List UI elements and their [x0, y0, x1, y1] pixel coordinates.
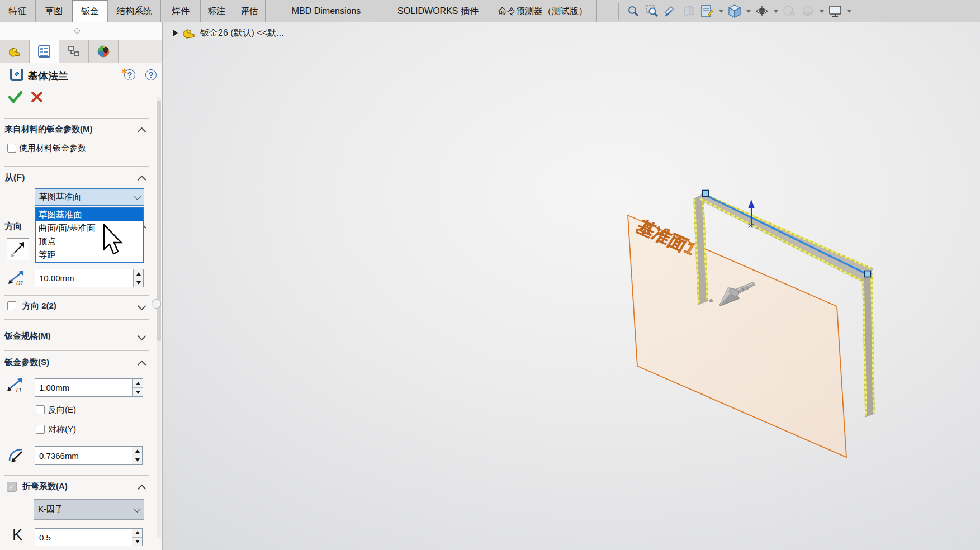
material-params-header[interactable]: 来自材料的钣金参数(M)	[4, 124, 93, 135]
divider	[4, 166, 149, 167]
panel-edge-handle[interactable]	[152, 299, 161, 309]
dropdown-option-offset[interactable]: 等距	[36, 248, 143, 262]
property-manager-icon	[37, 45, 51, 58]
graphics-viewport[interactable]: 钣金26 (默认) <<默... 基准面1	[162, 22, 980, 550]
combo-chevron-icon	[134, 193, 141, 200]
apply-scene-icon[interactable]	[801, 4, 815, 18]
property-manager-tab[interactable]	[30, 40, 59, 63]
divider	[4, 350, 149, 351]
reverse-direction-button[interactable]	[7, 238, 29, 260]
hide-show-items-icon[interactable]	[755, 4, 769, 18]
spin-down-icon[interactable]	[132, 538, 142, 546]
use-material-params-checkbox[interactable]	[7, 144, 16, 153]
thickness-input[interactable]: 1.00mm	[35, 378, 133, 397]
ok-button[interactable]	[7, 88, 23, 105]
tab-annotations[interactable]: 标注	[201, 0, 233, 22]
manager-tab-bar	[0, 40, 162, 63]
direction2-checkbox[interactable]	[7, 301, 16, 310]
tab-features[interactable]: 特征	[0, 0, 36, 22]
dropdown-option-vertex[interactable]: 顶点	[36, 235, 143, 248]
thickness-spinner[interactable]	[132, 378, 143, 397]
spin-up-icon[interactable]	[133, 379, 143, 388]
help-icon[interactable]: ?	[145, 69, 157, 80]
from-section-header[interactable]: 从(F)	[4, 172, 25, 184]
tab-evaluate[interactable]: 评估	[233, 0, 266, 22]
from-combobox[interactable]: 草图基准面	[35, 188, 144, 206]
new-star-icon: ✱	[121, 66, 127, 77]
view-orientation-dropdown-arrow[interactable]	[746, 10, 751, 13]
spin-up-icon[interactable]	[132, 529, 142, 538]
tab-command-predictor[interactable]: 命令预测器（测试版）	[489, 0, 597, 22]
tab-solidworks-addins[interactable]: SOLIDWORKS 插件	[387, 0, 489, 22]
edge-handle-left[interactable]	[703, 191, 709, 197]
collapse-params-icon[interactable]	[138, 361, 146, 369]
tab-sheet-metal[interactable]: 钣金	[72, 0, 108, 22]
view-settings-icon[interactable]	[828, 4, 842, 18]
divider	[4, 475, 149, 476]
apply-scene-dropdown-arrow[interactable]	[820, 10, 824, 13]
panel-top-splitter[interactable]	[0, 22, 162, 41]
bend-allowance-header[interactable]: 折弯系数(A)	[22, 481, 68, 492]
view-orientation-icon[interactable]	[727, 4, 742, 18]
tab-weldments[interactable]: 焊件	[161, 0, 201, 22]
spin-up-icon[interactable]	[132, 447, 142, 456]
annotation-views-dropdown-arrow[interactable]	[719, 10, 723, 13]
bend-allowance-checkbox[interactable]: ✓	[7, 482, 17, 492]
previous-view-icon[interactable]	[681, 4, 696, 18]
tab-structure-system[interactable]: 结构系统	[108, 0, 161, 22]
command-manager-tabbar: 特征 草图 钣金 结构系统 焊件 标注 评估 MBD Dimensions SO…	[0, 0, 980, 23]
display-manager-tab[interactable]	[89, 40, 119, 63]
vertex-dot	[709, 299, 713, 302]
direction1-section-header[interactable]: 方向	[4, 221, 22, 233]
collapse-material-icon[interactable]	[138, 127, 146, 136]
params-section-header[interactable]: 钣金参数(S)	[4, 357, 49, 368]
divider	[4, 319, 149, 320]
base-flange-icon	[8, 67, 26, 83]
bend-radius-icon	[7, 444, 27, 464]
collapse-bend-icon[interactable]	[138, 485, 146, 494]
view-settings-dropdown-arrow[interactable]	[847, 10, 851, 13]
cancel-button[interactable]	[29, 89, 46, 106]
collapse-from-icon[interactable]	[138, 176, 146, 184]
k-factor-spinner[interactable]	[132, 528, 143, 546]
annotation-views-icon[interactable]	[700, 4, 714, 18]
spin-down-icon[interactable]	[134, 278, 143, 287]
section-view-icon[interactable]	[663, 4, 678, 18]
tab-mbd-dimensions[interactable]: MBD Dimensions	[266, 0, 387, 22]
edge-handle-right[interactable]	[865, 271, 871, 277]
direction2-header[interactable]: 方向 2(2)	[22, 301, 56, 311]
mouse-cursor	[102, 224, 126, 255]
from-dropdown-list: 草图基准面 曲面/面/基准面 顶点 等距	[35, 207, 144, 263]
bend-radius-spinner[interactable]	[132, 446, 143, 465]
tab-sketch[interactable]: 草图	[36, 0, 73, 22]
symmetric-checkbox[interactable]	[36, 425, 45, 434]
symmetric-label[interactable]: 对称(Y)	[48, 424, 76, 435]
depth-input[interactable]: 10.00mm	[35, 269, 134, 287]
heads-up-toolbar	[618, 0, 851, 22]
spin-down-icon[interactable]	[133, 388, 143, 396]
zoom-fit-icon[interactable]	[626, 4, 641, 18]
configuration-manager-icon	[67, 45, 81, 58]
hide-show-dropdown-arrow[interactable]	[774, 10, 778, 13]
reverse-label[interactable]: 反向(E)	[48, 405, 76, 415]
configuration-manager-tab[interactable]	[59, 40, 89, 63]
gauge-section-header[interactable]: 钣金规格(M)	[4, 331, 51, 342]
dropdown-option-surface-face-plane[interactable]: 曲面/面/基准面	[36, 221, 143, 235]
zoom-area-icon[interactable]	[645, 4, 659, 18]
expand-direction2-icon[interactable]	[138, 302, 146, 311]
splitter-grip-icon[interactable]	[74, 28, 80, 34]
use-material-params-label[interactable]: 使用材料钣金参数	[19, 143, 86, 154]
feature-manager-tab[interactable]	[0, 40, 30, 63]
k-factor-input[interactable]: 0.5	[35, 528, 132, 546]
bend-type-combobox[interactable]: K-因子	[34, 499, 144, 520]
reverse-checkbox[interactable]	[36, 405, 45, 414]
whats-new-help-icon[interactable]: ?✱	[124, 69, 135, 80]
edit-appearance-icon[interactable]	[782, 4, 797, 18]
panel-title: 基体法兰	[28, 69, 68, 83]
expand-gauge-icon[interactable]	[138, 332, 146, 341]
dropdown-option-sketch-plane[interactable]: 草图基准面	[36, 208, 143, 221]
depth-spinner[interactable]	[133, 269, 144, 287]
spin-down-icon[interactable]	[132, 456, 142, 465]
bend-radius-input[interactable]: 0.7366mm	[35, 446, 132, 465]
spin-up-icon[interactable]	[134, 269, 143, 278]
